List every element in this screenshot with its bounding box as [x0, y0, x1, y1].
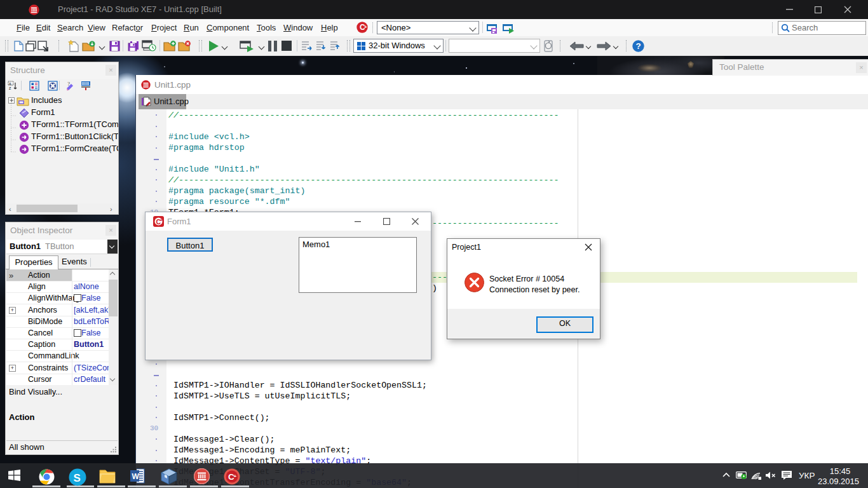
svg-text:+: + [234, 473, 237, 479]
svg-text:S: S [74, 472, 81, 484]
svg-text:W: W [132, 472, 140, 481]
svg-text:+: + [364, 24, 367, 30]
svg-text:Z: Z [9, 86, 11, 90]
svg-text:+: + [160, 218, 163, 222]
svg-text:A: A [9, 82, 11, 86]
svg-text:?: ? [636, 41, 641, 51]
